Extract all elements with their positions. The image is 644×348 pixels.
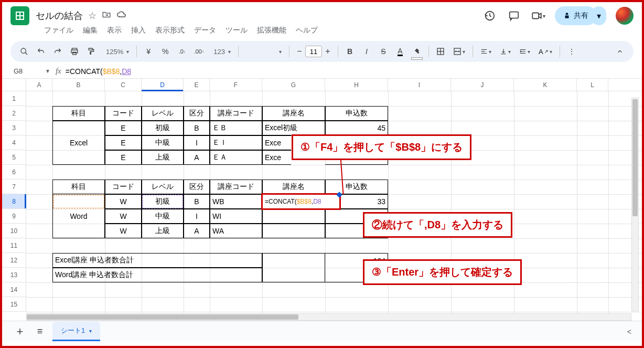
- text-color-icon[interactable]: A: [393, 44, 407, 59]
- rotate-dropdown[interactable]: A↗▾: [535, 48, 555, 56]
- cell-D4[interactable]: 中級: [142, 135, 184, 150]
- spreadsheet-grid[interactable]: ABCDEFGHIJKL 123456789101112131415 科目 コー…: [2, 79, 642, 331]
- cell-G7[interactable]: 講座名: [262, 180, 325, 194]
- cell-C4[interactable]: E: [105, 135, 142, 150]
- cell-D3[interactable]: 初級: [142, 121, 184, 135]
- col-header-C[interactable]: C: [105, 79, 142, 91]
- fill-color-icon[interactable]: [410, 44, 424, 59]
- cell-G9[interactable]: [262, 209, 325, 224]
- cell-B13-merged[interactable]: Word講座 申込者数合計: [52, 268, 262, 282]
- font-size-increase[interactable]: +: [322, 45, 334, 58]
- bold-icon[interactable]: B: [342, 44, 357, 59]
- col-header-I[interactable]: I: [388, 79, 451, 91]
- row-header-12[interactable]: 12: [2, 253, 26, 268]
- cell-G8-editing[interactable]: =CONCAT($B$8,D8: [261, 193, 341, 210]
- cell-D9[interactable]: 中級: [142, 209, 184, 224]
- font-size-input[interactable]: [305, 46, 322, 57]
- cell-B3-merged[interactable]: Excel: [52, 121, 105, 165]
- move-folder-icon[interactable]: [102, 10, 111, 22]
- cell-F5[interactable]: ＥＡ: [210, 150, 262, 165]
- col-header-A[interactable]: A: [26, 79, 52, 91]
- cell-G2[interactable]: 講座名: [262, 106, 325, 121]
- row-header-11[interactable]: 11: [2, 238, 26, 253]
- col-header-B[interactable]: B: [52, 79, 105, 91]
- cell-F10[interactable]: WA: [210, 224, 262, 238]
- cell-F7[interactable]: 講座コード: [210, 180, 262, 194]
- menu-view[interactable]: 表示: [103, 25, 126, 36]
- col-header-D[interactable]: D: [142, 79, 184, 91]
- cell-E9[interactable]: I: [184, 209, 210, 224]
- currency-icon[interactable]: ¥: [141, 44, 156, 59]
- cell-G5[interactable]: Exce: [262, 150, 291, 165]
- formula-input[interactable]: =CONCAT($B$8,D8: [66, 67, 131, 76]
- more-icon[interactable]: ⋮: [564, 44, 579, 59]
- cell-H7[interactable]: 申込数: [325, 180, 388, 194]
- sheet-tab-caret-icon[interactable]: ▾: [89, 328, 92, 334]
- col-header-L[interactable]: L: [577, 79, 608, 91]
- cell-C8[interactable]: W: [105, 194, 142, 209]
- cell-F4[interactable]: ＥＩ: [210, 135, 262, 150]
- row-header-13[interactable]: 13: [2, 268, 26, 282]
- cell-E5[interactable]: A: [184, 150, 210, 165]
- number-format-dropdown[interactable]: 123▾: [208, 48, 234, 56]
- col-header-K[interactable]: K: [514, 79, 577, 91]
- percent-icon[interactable]: %: [158, 44, 173, 59]
- cell-F2[interactable]: 講座コード: [210, 106, 262, 121]
- font-size-decrease[interactable]: −: [294, 45, 305, 58]
- cell-E2[interactable]: 区分: [184, 106, 210, 121]
- menu-help[interactable]: ヘルプ: [292, 25, 322, 36]
- cell-C7[interactable]: コード: [105, 180, 142, 194]
- share-dropdown-caret[interactable]: ▾: [592, 6, 606, 25]
- cell-E8[interactable]: B: [184, 194, 210, 209]
- cell-B7[interactable]: 科目: [52, 180, 105, 194]
- document-title[interactable]: セルの結合: [36, 9, 83, 22]
- cell-D7[interactable]: レベル: [142, 180, 184, 194]
- cell-H3[interactable]: 45: [325, 121, 388, 135]
- cell-B2[interactable]: 科目: [52, 106, 105, 121]
- col-header-H[interactable]: H: [325, 79, 388, 91]
- vertical-scrollbar[interactable]: [631, 98, 639, 311]
- cell-F8[interactable]: WB: [210, 194, 262, 209]
- v-align-dropdown[interactable]: ▾: [497, 48, 514, 55]
- cell-D10[interactable]: 上級: [142, 224, 184, 238]
- star-icon[interactable]: ☆: [88, 10, 96, 22]
- italic-icon[interactable]: I: [359, 44, 374, 59]
- comments-icon[interactable]: [507, 8, 521, 23]
- horizontal-scrollbar[interactable]: [26, 313, 631, 321]
- borders-icon[interactable]: [433, 44, 448, 59]
- search-icon[interactable]: [17, 44, 31, 59]
- cell-C10[interactable]: W: [105, 224, 142, 238]
- row-header-1[interactable]: 1: [2, 91, 26, 106]
- cell-G10[interactable]: [262, 224, 325, 238]
- name-box-caret-icon[interactable]: ▼: [45, 68, 50, 74]
- col-header-G[interactable]: G: [262, 79, 325, 91]
- menu-data[interactable]: データ: [190, 25, 220, 36]
- collapse-toolbar-icon[interactable]: [613, 44, 627, 59]
- menu-insert[interactable]: 挿入: [127, 25, 150, 36]
- cell-C2[interactable]: コード: [105, 106, 142, 121]
- row-header-4[interactable]: 4: [2, 135, 26, 150]
- merge-cells-dropdown[interactable]: ▾: [450, 47, 468, 56]
- menu-format[interactable]: 表示形式: [151, 25, 189, 36]
- user-avatar[interactable]: [616, 7, 634, 25]
- row-header-9[interactable]: 9: [2, 209, 26, 224]
- h-align-dropdown[interactable]: ▾: [477, 48, 495, 55]
- zoom-dropdown[interactable]: 125%▾: [101, 48, 132, 56]
- cell-E4[interactable]: I: [184, 135, 210, 150]
- name-box[interactable]: G8: [10, 67, 43, 75]
- meet-icon[interactable]: ▾: [531, 8, 545, 23]
- sheets-logo-icon[interactable]: [10, 6, 29, 25]
- col-header-F[interactable]: F: [210, 79, 262, 91]
- col-header-J[interactable]: J: [451, 79, 514, 91]
- increase-decimal-icon[interactable]: .00↑: [191, 44, 206, 59]
- cells-canvas[interactable]: 科目 コード レベル 区分 講座コード 講座名 申込数 Excel E 初級 B…: [26, 91, 642, 331]
- cell-B12-merged[interactable]: Excel講座 申込者数合計: [52, 253, 262, 268]
- font-dropdown[interactable]: ▾: [243, 49, 285, 55]
- row-header-3[interactable]: 3: [2, 121, 26, 135]
- history-icon[interactable]: [482, 8, 497, 23]
- cloud-status-icon[interactable]: [116, 9, 127, 23]
- all-sheets-icon[interactable]: ≡: [33, 326, 47, 337]
- row-header-14[interactable]: 14: [2, 282, 26, 297]
- explore-icon[interactable]: <: [627, 328, 631, 336]
- cell-C5[interactable]: E: [105, 150, 142, 165]
